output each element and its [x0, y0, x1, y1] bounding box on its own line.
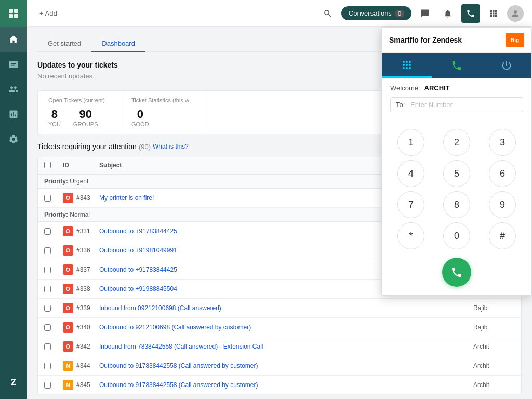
open-tickets-group: Open Tickets (current) 8 YOU 90 GROUPS: [38, 91, 121, 134]
sidebar-item-settings[interactable]: [0, 127, 27, 152]
user-avatar[interactable]: [507, 5, 524, 22]
sidebar-bottom: Z: [0, 370, 27, 399]
svg-point-4: [403, 61, 405, 63]
ticket-assignee: Rajib: [473, 304, 515, 312]
stat-groups-label: GROUPS: [73, 121, 98, 127]
apps-button[interactable]: [484, 4, 503, 23]
sidebar-item-home[interactable]: [0, 27, 27, 52]
ticket-stats-group: Ticket Statistics (this w 0 GOOD: [121, 91, 204, 134]
smartflo-popup: Smartflo for Zendesk Big Welcome: AR: [381, 27, 532, 296]
phone-app-button[interactable]: [461, 4, 480, 23]
tab-get-started[interactable]: Get started: [37, 35, 91, 52]
ticket-badge: N: [63, 380, 73, 390]
popup-tab-dialpad[interactable]: [382, 53, 432, 78]
select-all-checkbox[interactable]: [44, 162, 51, 168]
conversations-count: 0: [395, 10, 404, 17]
sidebar-item-zendesk[interactable]: Z: [0, 370, 27, 395]
ticket-subject[interactable]: Outbound to 9212100698 (Call answered by…: [99, 324, 473, 331]
ticket-assignee: Rajib: [473, 324, 515, 331]
svg-point-7: [403, 64, 405, 66]
popup-body: Welcome: ARCHIT To:: [382, 78, 531, 127]
table-row: N#345 Outbound to 917838442558 (Call ans…: [38, 376, 521, 395]
popup-tabs: [382, 53, 531, 78]
ticket-assignee: Archit: [473, 362, 515, 369]
ticket-badge: O: [63, 303, 73, 313]
ticket-id: #338: [76, 285, 90, 292]
sidebar-logo[interactable]: [0, 0, 27, 27]
priority-normal-label: Priority:: [44, 211, 70, 218]
ticket-assignee: Archit: [473, 343, 515, 350]
dial-btn-4[interactable]: 4: [397, 160, 424, 187]
sidebar-item-reports[interactable]: [0, 102, 27, 127]
ticket-badge: O: [63, 264, 73, 275]
svg-rect-3: [14, 14, 18, 18]
sidebar-item-contacts[interactable]: [0, 77, 27, 102]
ticket-subject[interactable]: Outbound to 917838442558 (Call answered …: [99, 381, 473, 389]
svg-point-5: [406, 61, 408, 63]
priority-normal-value: Normal: [70, 211, 90, 218]
popup-tab-power[interactable]: [482, 53, 531, 78]
welcome-label: Welcome:: [390, 84, 420, 92]
svg-point-8: [406, 64, 408, 66]
dial-btn-2[interactable]: 2: [443, 129, 470, 156]
stat-you: 8 YOU: [48, 108, 61, 127]
dial-btn-5[interactable]: 5: [443, 160, 470, 187]
stat-groups-value: 90: [73, 108, 98, 121]
col-id: ID: [63, 162, 99, 170]
ticket-id-cell-343: O #343: [63, 193, 99, 203]
dial-btn-6[interactable]: 6: [489, 160, 516, 187]
conversations-label: Conversations: [349, 9, 392, 17]
dial-btn-0[interactable]: 0: [443, 222, 470, 249]
dial-btn-1[interactable]: 1: [397, 129, 424, 156]
to-label: To:: [396, 101, 406, 109]
what-is-this-link[interactable]: What is this?: [153, 143, 189, 150]
call-button[interactable]: [442, 258, 471, 287]
dial-btn-8[interactable]: 8: [443, 191, 470, 218]
welcome-row: Welcome: ARCHIT: [390, 84, 523, 92]
ticket-stats-label: Ticket Statistics (this w: [131, 97, 193, 103]
ticket-id: #340: [76, 324, 90, 331]
popup-logo: Big: [506, 33, 524, 47]
sidebar-item-tickets[interactable]: [0, 52, 27, 77]
dial-btn-star[interactable]: *: [397, 222, 424, 249]
ticket-id: #337: [76, 266, 90, 273]
call-btn-row: [382, 258, 531, 295]
ticket-subject[interactable]: Inbound from 09212100698 (Call answered): [99, 304, 473, 312]
priority-urgent-label: Priority:: [44, 178, 70, 185]
dial-btn-9[interactable]: 9: [489, 191, 516, 218]
ticket-id: #336: [76, 247, 90, 254]
ticket-badge: N: [63, 361, 73, 371]
svg-point-9: [409, 64, 411, 66]
dialpad: 1 2 3 4 5 6 7 8 9 * 0 #: [382, 127, 531, 258]
tickets-title: Tickets requiring your attention: [37, 142, 137, 151]
popup-header: Smartflo for Zendesk Big: [382, 28, 531, 53]
dial-btn-7[interactable]: 7: [397, 191, 424, 218]
add-button[interactable]: + Add: [35, 7, 61, 19]
ticket-id: #344: [76, 362, 90, 369]
ticket-id-343: #343: [76, 194, 90, 202]
popup-tab-phone[interactable]: [432, 53, 482, 78]
ticket-id: #331: [76, 228, 90, 235]
topbar: + Add Conversations 0: [27, 0, 532, 27]
table-row: O#340 Outbound to 9212100698 (Call answe…: [38, 318, 521, 337]
table-row: O#342 Inbound from 7838442558 (Call answ…: [38, 337, 521, 356]
dial-btn-hash[interactable]: #: [489, 222, 516, 249]
search-button[interactable]: [318, 4, 337, 23]
notifications-button[interactable]: [438, 4, 457, 23]
ticket-id: #339: [76, 304, 90, 312]
tab-dashboard[interactable]: Dashboard: [91, 35, 145, 52]
table-row: N#344 Outbound to 917838442558 (Call ans…: [38, 356, 521, 376]
conversations-button[interactable]: Conversations 0: [341, 6, 411, 20]
svg-rect-2: [9, 14, 13, 18]
table-row: O#339 Inbound from 09212100698 (Call ans…: [38, 299, 521, 318]
open-tickets-label: Open Tickets (current): [48, 97, 110, 103]
phone-number-input[interactable]: [410, 101, 517, 109]
stat-good: 0 GOOD: [131, 108, 149, 127]
stat-you-label: YOU: [48, 121, 61, 127]
stat-you-value: 8: [48, 108, 61, 121]
ticket-subject[interactable]: Outbound to 917838442558 (Call answered …: [99, 362, 473, 369]
ticket-subject[interactable]: Inbound from 7838442558 (Call answered) …: [99, 343, 473, 350]
chat-button[interactable]: [416, 4, 434, 23]
ticket-badge-343: O: [63, 193, 73, 203]
dial-btn-3[interactable]: 3: [489, 129, 516, 156]
